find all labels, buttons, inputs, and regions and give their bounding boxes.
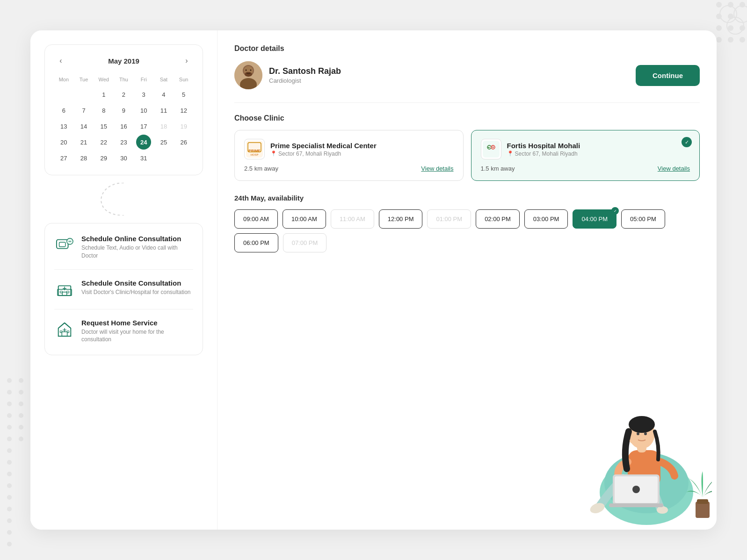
cal-day-16[interactable]: 16 <box>116 119 131 134</box>
svg-point-87 <box>637 432 639 435</box>
svg-point-15 <box>19 378 23 383</box>
clinic-prime-info: Prime Specialist Medical Center 📍 Sector… <box>270 142 377 157</box>
clinic-fortis-view-details[interactable]: View details <box>658 165 690 172</box>
svg-point-11 <box>716 37 722 43</box>
svg-point-88 <box>644 432 647 435</box>
time-slot-1000[interactable]: 10:00 AM <box>283 209 326 229</box>
cal-day-20[interactable]: 20 <box>56 135 71 150</box>
svg-point-6 <box>716 14 722 19</box>
cal-header-thu: Thu <box>114 75 133 86</box>
clinic-fortis-location: 📍 Sector 67, Mohali Riyadh <box>507 151 580 157</box>
svg-rect-46 <box>58 289 72 295</box>
cal-day-2[interactable]: 2 <box>116 87 131 102</box>
cal-day-8[interactable]: 8 <box>96 103 111 118</box>
clinics-row: PRIME HOSP Prime Specialist Medical Cent… <box>234 130 700 181</box>
cal-day-30[interactable]: 30 <box>116 151 131 165</box>
time-slot-1600-selected[interactable]: 04:00 PM ✓ <box>573 209 616 229</box>
cal-day-7[interactable]: 7 <box>76 103 91 118</box>
location-pin-icon: 📍 <box>270 151 277 157</box>
calendar-header: ‹ May 2019 › <box>54 54 193 67</box>
svg-point-10 <box>740 25 745 31</box>
service-onsite-consultation[interactable]: Schedule Onsite Consultation Visit Docto… <box>54 279 193 300</box>
time-slot-1100[interactable]: 11:00 AM <box>331 209 374 229</box>
continue-button[interactable]: Continue <box>636 65 700 86</box>
cal-day-4[interactable]: 4 <box>156 87 171 102</box>
svg-point-86 <box>629 416 655 433</box>
svg-rect-47 <box>62 292 67 295</box>
time-slot-1300[interactable]: 01:00 PM <box>427 209 471 229</box>
cal-day-6[interactable]: 6 <box>56 103 71 118</box>
cal-day-21[interactable]: 21 <box>76 135 91 150</box>
time-slot-check-icon: ✓ <box>611 207 619 215</box>
cal-day-15[interactable]: 15 <box>96 119 111 134</box>
svg-point-14 <box>7 378 12 383</box>
cal-day-28[interactable]: 28 <box>76 151 91 165</box>
cal-day-11[interactable]: 11 <box>156 103 171 118</box>
svg-point-17 <box>7 390 12 395</box>
service-home-desc: Doctor will visit your home for the cons… <box>81 328 193 344</box>
cal-day-26[interactable]: 26 <box>176 135 191 150</box>
svg-point-12 <box>728 37 733 43</box>
svg-point-62 <box>246 70 247 71</box>
cal-day-empty <box>56 87 71 102</box>
cal-day-31[interactable]: 31 <box>136 151 151 165</box>
cal-day-12[interactable]: 12 <box>176 103 191 118</box>
svg-point-20 <box>7 402 12 406</box>
choose-clinic-title: Choose Clinic <box>234 114 700 122</box>
calendar-grid: Mon Tue Wed Thu Fri Sat Sun 1 2 3 4 5 6 … <box>54 75 193 165</box>
svg-point-24 <box>19 413 23 418</box>
clinic-card-fortis[interactable]: Fortis Hospital Mohali 📍 Sector 67, Moha… <box>471 130 700 181</box>
cal-day-19[interactable]: 19 <box>176 119 191 134</box>
cal-day-25[interactable]: 25 <box>156 135 171 150</box>
doctor-name-specialty: Dr. Santosh Rajab Cardiologist <box>269 66 341 84</box>
svg-rect-40 <box>59 242 65 247</box>
cal-day-9[interactable]: 9 <box>116 103 131 118</box>
clinic-prime-name: Prime Specialist Medical Center <box>270 142 377 150</box>
service-options-card: Schedule Online Consultation Schedule Te… <box>44 223 203 355</box>
svg-point-9 <box>728 25 733 31</box>
svg-point-89 <box>630 438 637 444</box>
time-slot-1500[interactable]: 03:00 PM <box>524 209 568 229</box>
time-slot-0900[interactable]: 09:00 AM <box>234 209 278 229</box>
cal-day-23[interactable]: 23 <box>116 135 131 150</box>
time-slot-1800[interactable]: 06:00 PM <box>234 233 278 252</box>
calendar-prev-button[interactable]: ‹ <box>54 54 67 67</box>
service-home-service[interactable]: Request Home Service Doctor will visit y… <box>54 319 193 344</box>
cal-header-mon: Mon <box>54 75 73 86</box>
doctor-name: Dr. Santosh Rajab <box>269 66 341 76</box>
calendar-next-button[interactable]: › <box>180 54 193 67</box>
svg-point-7 <box>728 14 733 19</box>
connector-area <box>44 183 203 215</box>
service-onsite-title: Schedule Onsite Consultation <box>81 279 191 287</box>
clinic-fortis-distance: 1.5 km away <box>481 165 515 172</box>
service-online-consultation[interactable]: Schedule Online Consultation Schedule Te… <box>54 235 193 260</box>
time-slot-1900[interactable]: 07:00 PM <box>283 233 327 252</box>
clinic-prime-distance: 2.5 km away <box>244 165 278 172</box>
cal-day-10[interactable]: 10 <box>136 103 151 118</box>
clinic-fortis-address: Sector 67, Mohali Riyadh <box>515 151 578 157</box>
cal-day-17[interactable]: 17 <box>136 119 151 134</box>
clinic-prime-view-details[interactable]: View details <box>421 165 453 172</box>
cal-day-1[interactable]: 1 <box>96 87 111 102</box>
time-slot-1200[interactable]: 12:00 PM <box>379 209 423 229</box>
cal-day-24-selected[interactable]: 24 <box>136 135 151 150</box>
cal-day-22[interactable]: 22 <box>96 135 111 150</box>
svg-point-42 <box>69 241 70 242</box>
calendar-card: ‹ May 2019 › Mon Tue Wed Thu Fri Sat Sun… <box>44 44 203 175</box>
time-slot-1400[interactable]: 02:00 PM <box>476 209 520 229</box>
cal-day-3[interactable]: 3 <box>136 87 151 102</box>
cal-day-5[interactable]: 5 <box>176 87 191 102</box>
cal-day-empty <box>76 87 91 102</box>
cal-day-18[interactable]: 18 <box>156 119 171 134</box>
svg-point-63 <box>250 70 252 71</box>
cal-day-13[interactable]: 13 <box>56 119 71 134</box>
cal-day-29[interactable]: 29 <box>96 151 111 165</box>
cal-day-14[interactable]: 14 <box>76 119 91 134</box>
clinic-card-prime[interactable]: PRIME HOSP Prime Specialist Medical Cent… <box>234 130 464 181</box>
time-slot-1700[interactable]: 05:00 PM <box>621 209 665 229</box>
svg-point-13 <box>740 37 745 43</box>
cal-day-empty <box>176 151 191 165</box>
svg-rect-83 <box>609 503 663 507</box>
cal-day-27[interactable]: 27 <box>56 151 71 165</box>
home-medical-icon <box>54 319 75 339</box>
